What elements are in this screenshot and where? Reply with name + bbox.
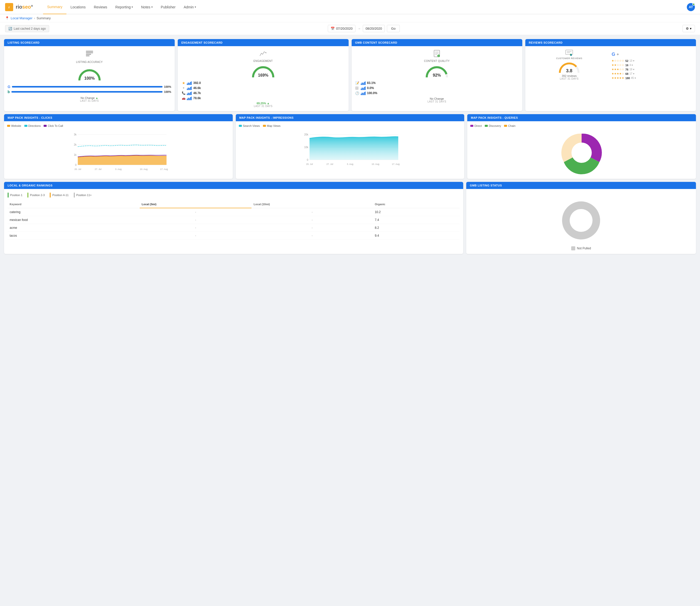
engagement-icon xyxy=(259,50,267,59)
gmb-content-content: ✓ CONTENT QUALITY 92% xyxy=(355,50,519,103)
date-to-value: 08/20/2020 xyxy=(366,27,382,30)
gmb-status-card: GMB LISTING STATUS Not Pulled xyxy=(466,182,696,254)
listing-gauge: 100% xyxy=(77,67,102,82)
mini-bar xyxy=(188,93,189,95)
go-button[interactable]: Go xyxy=(387,25,400,32)
th-keyword: Keyword xyxy=(8,202,140,208)
table-row: catering - - 10.2 xyxy=(8,208,460,216)
chain-label: Chain xyxy=(508,124,515,127)
website-legend-label: Website xyxy=(11,124,21,127)
clicks-chart: 3k 2k 1k 0 20. Jul 27. Jul 3. Aug 10. Au… xyxy=(7,130,230,175)
mini-bar xyxy=(362,93,363,95)
star-change-5: 45 ▾ xyxy=(631,77,636,79)
gmb-photo-icon: 🖼 xyxy=(355,86,360,90)
one-star: ★☆☆☆☆ xyxy=(611,59,624,63)
nav-reporting[interactable]: Reporting▾ xyxy=(111,0,137,14)
svg-text:27. Jul: 27. Jul xyxy=(95,168,102,170)
impressions-legend: Search Views Map Views xyxy=(239,124,461,127)
star-row-2: ★★☆☆☆ 16 4 ▾ xyxy=(611,64,692,67)
gmb-stat-val-1: 0.0% xyxy=(367,86,374,90)
filter-icon: ⚙ xyxy=(686,27,689,30)
logo-text: rioseo° xyxy=(16,4,33,10)
bing-bar-fill xyxy=(11,91,163,93)
rankings-table: Keyword Local (3mi) Local (10mi) Organic… xyxy=(8,202,460,240)
stat-bars-1 xyxy=(187,86,192,90)
nav-publisher[interactable]: Publisher xyxy=(157,0,179,14)
four-star: ★★★★☆ xyxy=(611,72,624,75)
toolbar: 🔄 Last cached 2 days ago 📅 07/20/2020 → … xyxy=(0,22,700,35)
gmb-status-donut xyxy=(558,197,604,243)
stat-val-1: 46.6k xyxy=(193,86,201,90)
mini-bar xyxy=(363,88,364,90)
legend-search-views: Search Views xyxy=(239,124,260,127)
listing-scorecard: LISTING SCORECARD LISTING ACCURACY xyxy=(4,39,175,111)
pos23-label: Position 2-3 xyxy=(30,193,45,196)
gmb-stat-2: 🕐 100.0% xyxy=(355,91,519,96)
svg-text:10k: 10k xyxy=(304,146,308,149)
mini-bar xyxy=(362,88,363,90)
svg-text:👤: 👤 xyxy=(570,54,572,56)
nav-reviews[interactable]: Reviews xyxy=(90,0,111,14)
discovery-label: Discovery xyxy=(489,124,501,127)
logo-icon: r xyxy=(5,3,13,11)
engagement-scorecard-header: ENGAGEMENT SCORECARD xyxy=(178,39,348,46)
mini-bar xyxy=(189,98,190,100)
nav-locations[interactable]: Locations xyxy=(67,0,90,14)
svg-text:r: r xyxy=(8,5,10,9)
listing-sources: G 100% b 100% xyxy=(8,84,171,94)
gmb-content-icon: ✓ xyxy=(433,50,441,59)
filter-area: ⚙ ▾ xyxy=(678,25,695,32)
user-avatar[interactable]: AT xyxy=(687,3,695,11)
nav-notes[interactable]: Notes▾ xyxy=(137,0,157,14)
google-source-row: G 100% xyxy=(8,84,171,89)
pos23-bar xyxy=(27,192,28,197)
scorecards-row: LISTING SCORECARD LISTING ACCURACY xyxy=(4,39,696,111)
date-to-input[interactable]: 08/20/2020 xyxy=(363,25,385,32)
engagement-change: 69.25% ▲ xyxy=(257,102,269,105)
star-row-5: ★★★★★ 180 45 ▾ xyxy=(611,76,692,80)
rankings-header: LOCAL & ORGANIC RANKINGS xyxy=(4,182,463,189)
reviews-gauge: 3.8 xyxy=(558,60,581,74)
mini-bar xyxy=(365,87,366,90)
gmb-status-body: Not Pulled xyxy=(466,189,696,254)
svg-text:3. Aug: 3. Aug xyxy=(115,168,122,170)
pos-11plus: Position 11+ xyxy=(74,192,92,197)
mini-bar xyxy=(361,89,362,90)
svg-rect-3 xyxy=(86,52,93,53)
mini-bar xyxy=(189,88,190,90)
svg-point-48 xyxy=(570,209,593,232)
date-from-input[interactable]: 📅 07/20/2020 xyxy=(328,25,356,32)
gmb-content-body: ✓ CONTENT QUALITY 92% xyxy=(352,46,522,107)
reporting-arrow: ▾ xyxy=(131,6,133,8)
logo: r rioseo° xyxy=(5,3,33,11)
svg-text:17. Aug: 17. Aug xyxy=(392,163,400,165)
bing-source-row: b 100% xyxy=(8,89,171,94)
header: r rioseo° Summary Locations Reviews Repo… xyxy=(0,0,700,14)
svg-text:3. Aug: 3. Aug xyxy=(347,163,354,165)
listing-scorecard-content: LISTING ACCURACY 100% G xyxy=(8,50,171,102)
breadcrumb-separator: › xyxy=(34,16,35,20)
legend-click-to-call: Click To Call xyxy=(44,124,63,127)
svg-rect-16 xyxy=(565,50,573,54)
legend-direct: Direct xyxy=(470,124,482,127)
star-count-2: 16 xyxy=(625,64,628,67)
nav-summary[interactable]: Summary xyxy=(43,0,67,14)
not-pulled-label: Not Pulled xyxy=(577,247,591,250)
mini-bar xyxy=(363,83,364,85)
cache-icon: 🔄 xyxy=(8,27,12,30)
nav-admin[interactable]: Admin▾ xyxy=(179,0,200,14)
map-impressions-card: MAP PACK INSIGHTS - IMPRESSIONS Search V… xyxy=(236,114,464,179)
map-impressions-body: Search Views Map Views 20k 10k 0 xyxy=(236,121,464,179)
engagement-stat-3: 🚗 78.6k xyxy=(181,96,345,101)
gmb-stats: 📝 83.1% 🖼 xyxy=(355,80,519,96)
engagement-stats: ★ 392.0 ✦ xyxy=(181,80,345,101)
reviews-left-panel: 👤 CUSTOMER REVIEWS 3.8 392 reviews xyxy=(529,50,610,80)
pos11plus-label: Position 11+ xyxy=(76,193,92,196)
reviews-scorecard-body: 👤 CUSTOMER REVIEWS 3.8 392 reviews xyxy=(525,46,696,84)
local3mi-acme: - xyxy=(140,224,252,232)
gmb-change: No Change xyxy=(430,97,444,100)
filter-button[interactable]: ⚙ ▾ xyxy=(682,25,695,32)
breadcrumb-parent[interactable]: Local Manager xyxy=(11,16,32,20)
pos411-label: Position 4-11 xyxy=(52,193,69,196)
svg-text:27. Jul: 27. Jul xyxy=(326,163,333,165)
